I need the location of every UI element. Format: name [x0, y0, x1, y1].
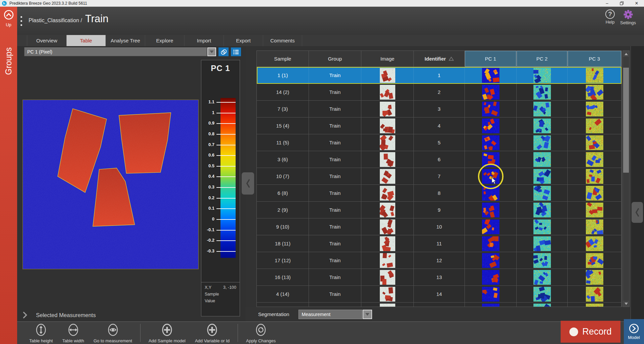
table-row[interactable]: 10 (7)Train7 — [257, 168, 621, 185]
cell-image[interactable] — [361, 67, 414, 83]
cell-image[interactable] — [361, 84, 414, 100]
cell-identifier[interactable]: 8 — [414, 185, 465, 201]
cell-group[interactable]: Train — [309, 286, 361, 302]
cell-identifier[interactable]: 4 — [414, 117, 465, 134]
cell-pc-1[interactable] — [465, 117, 517, 134]
cell-pc-2[interactable] — [517, 151, 568, 168]
cell-sample[interactable]: 15 (4) — [257, 117, 309, 134]
cell-group[interactable]: Train — [309, 84, 361, 100]
table-row[interactable]: 6 (8)Train8 — [257, 185, 621, 202]
cell-image[interactable] — [361, 218, 414, 235]
cell-sample[interactable]: 5 (15) — [257, 303, 309, 307]
table-row[interactable]: 18 (11)Train11 — [257, 235, 621, 252]
table-row[interactable]: 7 (3)Train3 — [257, 101, 621, 117]
tab-comments[interactable]: Comments — [263, 35, 302, 46]
cell-group[interactable]: Train — [309, 269, 361, 285]
maximize-button[interactable] — [614, 0, 629, 6]
cell-pc-1[interactable] — [465, 218, 517, 235]
table-row[interactable]: 5 (15)Train15 — [257, 303, 621, 307]
cell-image[interactable] — [361, 252, 414, 269]
table-row[interactable]: 16 (13)Train13 — [257, 269, 621, 286]
cell-sample[interactable]: 2 (9) — [257, 202, 309, 218]
cell-group[interactable]: Train — [309, 67, 361, 83]
cell-pc-1[interactable] — [465, 151, 517, 168]
cell-sample[interactable]: 10 (7) — [257, 168, 309, 184]
table-row[interactable]: 4 (14)Train14 — [257, 286, 621, 303]
cell-sample[interactable]: 6 (8) — [257, 185, 309, 201]
cell-pc-2[interactable] — [517, 84, 568, 100]
table-row[interactable]: 14 (2)Train2 — [257, 84, 621, 101]
cell-pc-1[interactable] — [465, 235, 517, 252]
cell-pc-1[interactable] — [465, 252, 517, 269]
cell-pc-1[interactable] — [465, 269, 517, 285]
cell-pc-2[interactable] — [517, 185, 568, 201]
cell-identifier[interactable]: 15 — [414, 303, 465, 307]
cell-pc-1[interactable] — [465, 134, 517, 151]
cell-sample[interactable]: 11 (5) — [257, 134, 309, 151]
scrollbar-thumb[interactable] — [623, 68, 629, 173]
cell-image[interactable] — [361, 168, 414, 184]
cell-pc-3[interactable] — [568, 286, 621, 302]
cell-image[interactable] — [361, 269, 414, 285]
cell-pc-2[interactable] — [517, 202, 568, 218]
cell-pc-1[interactable] — [465, 202, 517, 218]
model-button[interactable]: Model — [624, 319, 644, 344]
scroll-down-arrow[interactable] — [623, 301, 629, 307]
column-header-pc-3[interactable]: PC 3 — [568, 51, 621, 67]
cell-group[interactable]: Train — [309, 185, 361, 201]
cell-sample[interactable]: 16 (13) — [257, 269, 309, 285]
cell-identifier[interactable]: 1 — [414, 67, 465, 83]
cell-identifier[interactable]: 6 — [414, 151, 465, 168]
tab-export[interactable]: Export — [224, 35, 263, 46]
cell-identifier[interactable]: 10 — [414, 218, 465, 235]
cell-sample[interactable]: 7 (3) — [257, 101, 309, 117]
cell-image[interactable] — [361, 235, 414, 252]
vertical-scrollbar[interactable] — [622, 50, 630, 307]
cell-pc-3[interactable] — [568, 185, 621, 201]
cell-pc-3[interactable] — [568, 134, 621, 151]
cell-pc-2[interactable] — [517, 269, 568, 285]
table-row[interactable]: 3 (6)Train6 — [257, 151, 621, 168]
table-row[interactable]: 11 (5)Train5 — [257, 134, 621, 151]
cell-identifier[interactable]: 12 — [414, 252, 465, 269]
cell-identifier[interactable]: 3 — [414, 101, 465, 117]
settings-button[interactable]: Settings — [620, 9, 636, 25]
cell-pc-2[interactable] — [517, 235, 568, 252]
layer-select[interactable]: PC 1 (Pixel) — [24, 47, 207, 56]
table-row[interactable]: 1 (1)Train1 — [257, 67, 621, 84]
cell-pc-3[interactable] — [568, 101, 621, 117]
collapse-left-panel-handle[interactable] — [242, 172, 254, 195]
cell-image[interactable] — [361, 303, 414, 307]
cell-pc-1[interactable] — [465, 67, 517, 83]
cell-image[interactable] — [361, 117, 414, 134]
up-button[interactable]: Up — [0, 9, 17, 27]
cell-pc-1[interactable] — [465, 303, 517, 307]
cell-identifier[interactable]: 13 — [414, 269, 465, 285]
cell-group[interactable]: Train — [309, 252, 361, 269]
column-header-image[interactable]: Image — [361, 51, 414, 67]
cell-identifier[interactable]: 5 — [414, 134, 465, 151]
cell-pc-3[interactable] — [568, 269, 621, 285]
tab-import[interactable]: Import — [184, 35, 224, 46]
sample-image-viewer[interactable] — [23, 100, 199, 269]
table-row[interactable]: 17 (12)Train12 — [257, 252, 621, 269]
cell-image[interactable] — [361, 286, 414, 302]
cell-group[interactable]: Train — [309, 168, 361, 184]
cell-pc-3[interactable] — [568, 218, 621, 235]
cell-pc-2[interactable] — [517, 303, 568, 307]
apply-changes-button[interactable]: Apply Changes — [241, 322, 280, 344]
tab-table[interactable]: Table — [66, 35, 106, 46]
table-row[interactable]: 2 (9)Train9 — [257, 202, 621, 218]
add-sample-model-button[interactable]: Add Sample model — [144, 322, 190, 344]
column-header-pc-2[interactable]: PC 2 — [517, 51, 568, 67]
cell-group[interactable]: Train — [309, 303, 361, 307]
cell-group[interactable]: Train — [309, 101, 361, 117]
cell-image[interactable] — [361, 185, 414, 201]
column-header-pc-1[interactable]: PC 1 — [465, 51, 517, 67]
breadcrumb-project[interactable]: Plastic_Classification / — [29, 18, 82, 24]
cell-image[interactable] — [361, 151, 414, 168]
cell-image[interactable] — [361, 101, 414, 117]
help-button[interactable]: ? Help — [605, 9, 615, 25]
table-row[interactable]: 15 (4)Train4 — [257, 117, 621, 134]
cell-sample[interactable]: 18 (11) — [257, 235, 309, 252]
